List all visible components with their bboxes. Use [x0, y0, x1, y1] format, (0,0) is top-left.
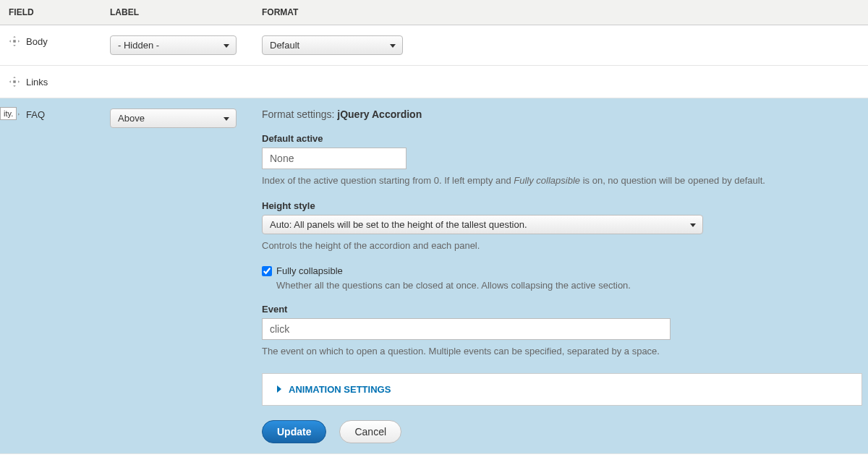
event-help: The event on which to open a question. M… [262, 345, 862, 358]
fully-collapsible-checkbox[interactable] [262, 266, 272, 276]
update-button[interactable]: Update [262, 420, 326, 443]
col-label: LABEL [110, 7, 262, 17]
drag-handle-icon[interactable] [9, 35, 20, 47]
height-style-select[interactable]: Auto: All panels will be set to the heig… [262, 215, 703, 234]
column-headers: FIELD LABEL FORMAT [0, 0, 868, 25]
field-name: FAQ [26, 109, 45, 120]
height-style-help: Controls the height of the accordion and… [262, 239, 862, 252]
field-row-faq: FAQ Above Format settings: jQuery Accord… [0, 98, 868, 454]
height-style-label: Height style [262, 200, 862, 211]
event-group: Event The event on which to open a quest… [262, 304, 862, 358]
tooltip-fragment: ity. [0, 107, 17, 120]
height-style-group: Height style Auto: All panels will be se… [262, 200, 862, 252]
form-actions: Update Cancel [262, 420, 862, 443]
field-row-body: Body - Hidden - Default [0, 25, 868, 66]
label-select-faq[interactable]: Above [110, 108, 237, 128]
format-select-body[interactable]: Default [262, 35, 403, 55]
fully-collapsible-label: Fully collapsible [276, 265, 343, 276]
field-name: Body [26, 36, 48, 47]
cancel-button[interactable]: Cancel [339, 420, 401, 443]
default-active-label: Default active [262, 133, 862, 144]
fully-collapsible-group: Fully collapsible Whether all the questi… [262, 265, 862, 291]
drag-handle-icon[interactable] [9, 76, 20, 88]
label-select-body[interactable]: - Hidden - [110, 35, 237, 55]
caret-right-icon [276, 385, 283, 393]
col-format: FORMAT [262, 7, 859, 17]
default-active-input[interactable] [262, 148, 407, 169]
default-active-group: Default active Index of the active quest… [262, 133, 862, 187]
event-label: Event [262, 304, 862, 315]
fully-collapsible-help: Whether all the questions can be closed … [276, 280, 862, 291]
field-name: Links [26, 77, 48, 88]
animation-settings-toggle[interactable]: ANIMATION SETTINGS [276, 384, 848, 395]
animation-settings-fieldset[interactable]: ANIMATION SETTINGS [262, 373, 862, 406]
field-row-links: Links [0, 66, 868, 98]
event-input[interactable] [262, 318, 671, 340]
format-settings-title: Format settings: jQuery Accordion [262, 108, 862, 120]
col-field: FIELD [9, 7, 110, 17]
default-active-help: Index of the active question starting fr… [262, 174, 862, 187]
